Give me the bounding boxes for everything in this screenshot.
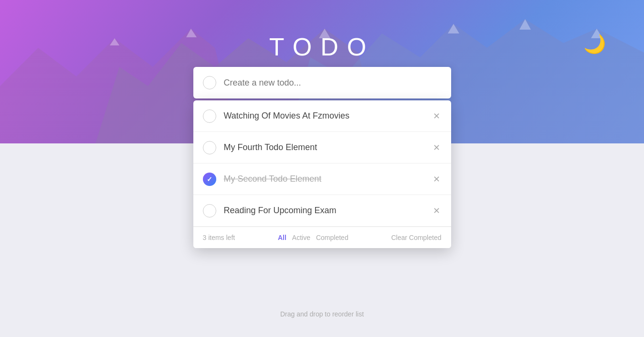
drag-hint: Drag and drop to reorder list <box>280 310 364 318</box>
todo-checkbox-2[interactable] <box>203 141 216 154</box>
filter-active[interactable]: Active <box>292 234 310 241</box>
app-title: TODO <box>269 33 375 61</box>
todo-list: Watching Of Movies At Fzmovies ✕ My Four… <box>193 100 451 248</box>
delete-button-4[interactable]: ✕ <box>432 206 442 216</box>
filter-completed[interactable]: Completed <box>316 234 348 241</box>
delete-button-1[interactable]: ✕ <box>432 111 442 121</box>
new-todo-input[interactable] <box>224 78 442 88</box>
filter-tabs: All Active Completed <box>278 234 348 241</box>
items-left-count: 3 items left <box>203 234 235 241</box>
filter-all[interactable]: All <box>278 234 286 241</box>
todo-checkbox-4[interactable] <box>203 204 216 217</box>
todo-text-2: My Fourth Todo Element <box>224 142 432 152</box>
todo-text-3: My Second Todo Element <box>224 174 432 184</box>
clear-completed-button[interactable]: Clear Completed <box>391 234 441 241</box>
main-content: Watching Of Movies At Fzmovies ✕ My Four… <box>193 67 451 248</box>
todo-item: Watching Of Movies At Fzmovies ✕ <box>193 100 451 132</box>
moon-icon[interactable]: 🌙 <box>583 33 606 54</box>
delete-button-2[interactable]: ✕ <box>432 143 442 152</box>
new-todo-checkbox[interactable] <box>203 76 216 89</box>
todo-text-1: Watching Of Movies At Fzmovies <box>224 111 432 121</box>
todo-item: My Fourth Todo Element ✕ <box>193 132 451 163</box>
todo-checkbox-1[interactable] <box>203 109 216 123</box>
todo-text-4: Reading For Upcoming Exam <box>224 206 432 216</box>
todo-item: Reading For Upcoming Exam ✕ <box>193 195 451 227</box>
delete-button-3[interactable]: ✕ <box>432 174 442 184</box>
todo-item: My Second Todo Element ✕ <box>193 163 451 195</box>
new-todo-container <box>193 67 451 98</box>
list-footer: 3 items left All Active Completed Clear … <box>193 227 451 248</box>
todo-checkbox-3[interactable] <box>203 173 216 186</box>
